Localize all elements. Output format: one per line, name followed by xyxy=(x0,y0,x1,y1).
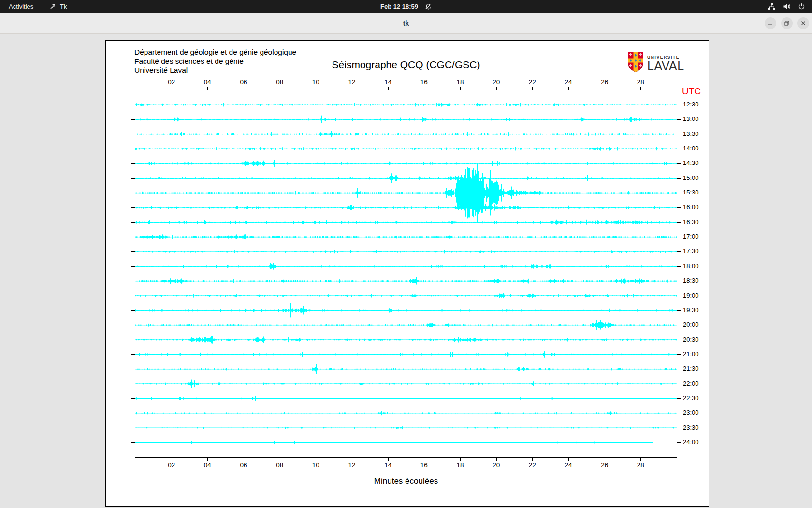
y-tick-right xyxy=(677,266,681,267)
x-tick-label-bottom: 04 xyxy=(198,462,217,469)
y-tick-left xyxy=(131,310,135,311)
x-tick-label-top: 22 xyxy=(522,78,542,86)
trace-time-label: 13:00 xyxy=(683,115,704,123)
y-tick-right xyxy=(677,134,681,134)
laval-wordmark: UNIVERSITÉ LAVAL xyxy=(647,55,684,72)
y-tick-left xyxy=(131,369,135,369)
y-tick-right xyxy=(677,310,681,311)
trace-time-label: 16:30 xyxy=(683,218,704,226)
clock-menu[interactable]: Feb 12 18:59 xyxy=(380,0,432,13)
clock-label: Feb 12 18:59 xyxy=(380,3,418,10)
y-tick-left xyxy=(131,134,135,134)
y-tick-left xyxy=(131,325,135,325)
seismogram-traces-canvas xyxy=(135,90,677,457)
x-tick-label-bottom: 14 xyxy=(378,462,398,469)
x-tick-bottom xyxy=(640,458,641,461)
x-tick-top xyxy=(532,87,533,90)
y-tick-left xyxy=(131,193,135,193)
y-tick-right xyxy=(677,281,681,281)
x-tick-bottom xyxy=(244,458,244,461)
x-tick-label-bottom: 26 xyxy=(595,462,614,469)
x-tick-label-bottom: 28 xyxy=(631,462,650,469)
y-tick-right xyxy=(677,413,681,413)
y-tick-right xyxy=(677,207,681,208)
x-tick-label-top: 04 xyxy=(198,78,217,86)
y-tick-right xyxy=(677,119,681,120)
laval-wordmark-bottom: LAVAL xyxy=(647,60,684,72)
x-tick-label-bottom: 22 xyxy=(522,462,542,469)
y-tick-right xyxy=(677,442,681,443)
x-tick-bottom xyxy=(207,458,208,461)
x-tick-top xyxy=(388,87,389,90)
y-tick-left xyxy=(131,266,135,267)
y-tick-left xyxy=(131,105,135,105)
y-tick-left xyxy=(131,340,135,340)
tk-app-label: Tk xyxy=(60,3,67,10)
power-icon xyxy=(798,3,805,10)
y-tick-right xyxy=(677,237,681,237)
y-tick-left xyxy=(131,354,135,355)
x-tick-top xyxy=(605,87,605,90)
x-tick-label-bottom: 18 xyxy=(450,462,470,469)
x-tick-bottom xyxy=(568,458,569,461)
tk-app-indicator[interactable]: Tk xyxy=(49,0,67,13)
y-tick-left xyxy=(131,222,135,223)
trace-time-label: 15:30 xyxy=(683,189,704,196)
y-tick-right xyxy=(677,369,681,369)
system-status-area[interactable] xyxy=(768,0,805,13)
close-button[interactable] xyxy=(798,17,809,29)
y-tick-right xyxy=(677,340,681,340)
y-tick-right xyxy=(677,222,681,223)
minimize-button[interactable] xyxy=(765,17,776,29)
y-tick-left xyxy=(131,281,135,281)
x-tick-top xyxy=(316,87,316,90)
x-tick-bottom xyxy=(496,458,497,461)
window-controls xyxy=(765,17,809,29)
trace-time-label: 22:30 xyxy=(683,394,704,402)
x-tick-label-top: 06 xyxy=(234,78,253,86)
y-tick-right xyxy=(677,251,681,252)
y-tick-left xyxy=(131,442,135,443)
x-tick-label-bottom: 12 xyxy=(342,462,362,469)
x-tick-top xyxy=(568,87,569,90)
x-tick-bottom xyxy=(388,458,389,461)
x-axis-title: Minutes écoulées xyxy=(135,477,677,486)
maximize-button[interactable] xyxy=(781,17,793,29)
x-tick-label-bottom: 10 xyxy=(306,462,325,469)
trace-time-label: 14:00 xyxy=(683,145,704,152)
x-tick-top xyxy=(460,87,461,90)
seismogram-sheet: Département de géologie et de génie géol… xyxy=(105,40,709,507)
activities-button[interactable]: Activities xyxy=(6,0,36,13)
trace-time-label: 22:00 xyxy=(683,380,704,388)
volume-icon xyxy=(783,3,791,10)
x-tick-label-top: 16 xyxy=(414,78,434,86)
x-tick-label-bottom: 20 xyxy=(487,462,506,469)
trace-time-label: 14:30 xyxy=(683,159,704,167)
address-line-1: Département de géologie et de génie géol… xyxy=(134,48,296,57)
trace-time-label: 24:00 xyxy=(683,438,704,446)
x-tick-label-top: 12 xyxy=(342,78,362,86)
x-tick-label-top: 28 xyxy=(631,78,650,86)
x-tick-label-bottom: 16 xyxy=(414,462,434,469)
window-title: tk xyxy=(0,13,812,33)
window-titlebar[interactable]: tk xyxy=(0,13,812,34)
x-tick-top xyxy=(172,87,172,90)
x-tick-label-top: 18 xyxy=(450,78,470,86)
y-tick-right xyxy=(677,149,681,149)
x-tick-label-top: 24 xyxy=(559,78,578,86)
trace-time-label: 13:30 xyxy=(683,130,704,138)
x-tick-label-top: 10 xyxy=(306,78,325,86)
y-tick-right xyxy=(677,325,681,325)
y-tick-left xyxy=(131,237,135,237)
y-tick-left xyxy=(131,163,135,164)
system-top-bar: Activities Tk Feb 12 18:59 xyxy=(0,0,812,13)
x-tick-bottom xyxy=(460,458,461,461)
laval-shield-icon xyxy=(627,51,644,75)
trace-time-label: 12:30 xyxy=(683,101,704,108)
x-tick-top xyxy=(496,87,497,90)
x-tick-label-bottom: 08 xyxy=(270,462,290,469)
y-tick-right xyxy=(677,178,681,179)
y-tick-right xyxy=(677,398,681,399)
universite-laval-logo: UNIVERSITÉ LAVAL xyxy=(627,51,684,75)
trace-time-label: 23:30 xyxy=(683,424,704,432)
